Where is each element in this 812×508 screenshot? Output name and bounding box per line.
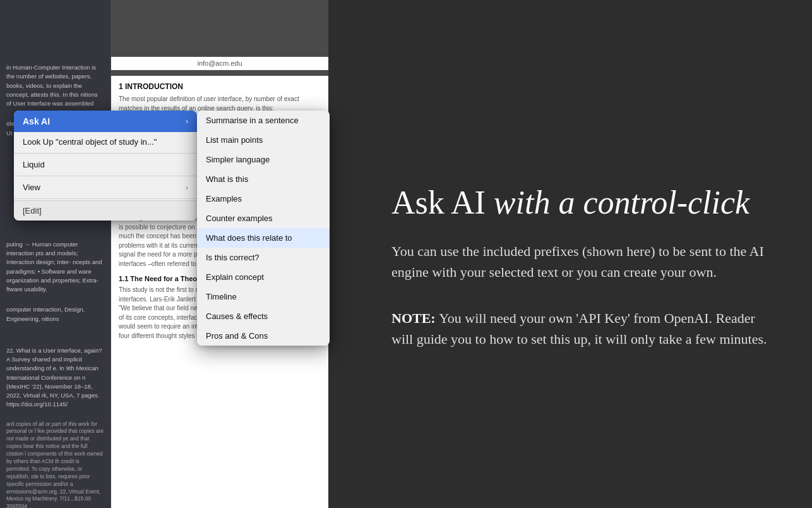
submenu-item-relates[interactable]: What does this relate to	[197, 228, 330, 248]
submenu-item-simpler[interactable]: Simpler language	[197, 150, 330, 169]
submenu-counter-label: Counter examples	[206, 214, 273, 223]
submenu-examples-label: Examples	[206, 194, 242, 203]
view-label: View	[23, 183, 40, 192]
submenu-what-is-label: What is this	[206, 174, 248, 184]
look-up-label: Look Up "central object of study in..."	[23, 137, 157, 147]
menu-separator-2	[14, 176, 197, 176]
submenu-item-pros[interactable]: Pros and & Cons	[197, 326, 330, 346]
submenu-causes-label: Causes & effects	[206, 311, 268, 321]
ask-ai-label: Ask AI	[23, 116, 50, 126]
section-title: 1 INTRODUCTION	[119, 82, 321, 91]
edit-menu-item[interactable]: [Edit]	[14, 200, 197, 221]
info-panel: Ask AI with a control-click You can use …	[354, 0, 812, 508]
submenu-list-label: List main points	[206, 135, 263, 145]
submenu-item-list[interactable]: List main points	[197, 130, 330, 150]
liquid-label: Liquid	[23, 160, 45, 169]
submenu-correct-label: Is this correct?	[206, 253, 260, 262]
submenu-item-explain[interactable]: Explain concept	[197, 267, 330, 287]
submenu-item-causes[interactable]: Causes & effects	[197, 306, 330, 326]
info-note: NOTE: You will need your own 'API Key' f…	[391, 308, 774, 349]
info-title-italic: with a control-click	[494, 184, 749, 221]
info-title-plain: Ask AI	[391, 184, 494, 221]
ask-ai-arrow-icon: ›	[186, 117, 188, 126]
info-note-prefix: NOTE:	[391, 310, 439, 326]
view-menu-item[interactable]: View ›	[14, 178, 197, 197]
submenu-item-what-is[interactable]: What is this	[197, 169, 330, 189]
submenu-item-timeline[interactable]: Timeline	[197, 287, 330, 306]
look-up-menu-item[interactable]: Look Up "central object of study in..."	[14, 132, 197, 152]
edit-label: [Edit]	[23, 206, 42, 215]
submenu-simpler-label: Simpler language	[206, 155, 270, 164]
doc-email: info@acm.edu	[111, 57, 328, 70]
left-column-overlay: in Human-Computer Interaction is the num…	[0, 0, 110, 508]
submenu-relates-label: What does this relate to	[206, 233, 292, 243]
submenu-explain-label: Explain concept	[206, 272, 264, 282]
info-note-body: You will need your own 'API Key' from Op…	[391, 310, 767, 347]
submenu-summarise-label: Summarise in a sentence	[206, 116, 299, 125]
menu-separator-3	[14, 198, 197, 199]
ask-ai-menu-item[interactable]: Ask AI ›	[14, 111, 197, 132]
submenu-pros-label: Pros and & Cons	[206, 331, 268, 341]
submenu-timeline-label: Timeline	[206, 292, 237, 301]
info-body: You can use the included prefixes (shown…	[391, 241, 774, 282]
left-col-text-1: in Human-Computer Interaction is the num…	[6, 63, 104, 108]
submenu-item-examples[interactable]: Examples	[197, 189, 330, 209]
view-arrow-icon: ›	[186, 184, 188, 191]
liquid-menu-item[interactable]: Liquid	[14, 155, 197, 174]
submenu-item-counter[interactable]: Counter examples	[197, 209, 330, 228]
info-title: Ask AI with a control-click	[391, 184, 774, 222]
left-col-text-3: puting → Human computer interaction pts …	[6, 240, 104, 294]
context-menu: Ask AI › Look Up "central object of stud…	[14, 111, 197, 221]
left-col-text-5: 22. What is a User Interface, again? A S…	[6, 346, 104, 409]
submenu: Summarise in a sentence List main points…	[197, 111, 330, 346]
left-col-text-4: computer Interaction, Design, Engineerin…	[6, 305, 104, 324]
menu-separator-1	[14, 153, 197, 154]
submenu-item-correct[interactable]: Is this correct?	[197, 248, 330, 267]
doc-bottom-text: ard copies of all or part of this work f…	[6, 421, 104, 509]
submenu-item-summarise[interactable]: Summarise in a sentence	[197, 111, 330, 130]
